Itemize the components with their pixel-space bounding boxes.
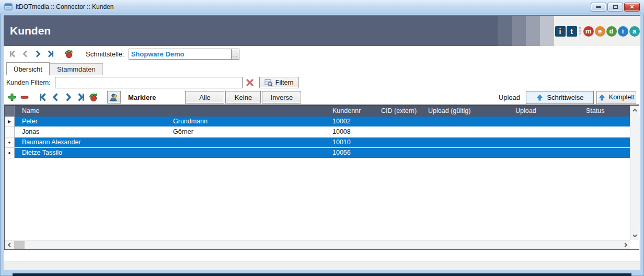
clear-filter-button[interactable] bbox=[245, 77, 255, 88]
titlebar: itDOTmedia :: Connector :: Kunden ✕ bbox=[0, 0, 644, 14]
refresh-rows-button[interactable] bbox=[87, 91, 99, 103]
row-marker: ▶ bbox=[5, 117, 15, 127]
next-record-button[interactable] bbox=[31, 48, 44, 60]
upload-komplett-button[interactable]: Komplett bbox=[596, 91, 636, 104]
filter-label: Kunden Filtern: bbox=[6, 79, 51, 86]
column-header-upload-gueltig[interactable]: Upload (gültig) bbox=[421, 106, 508, 117]
column-header-cid-extern[interactable]: CID (extern) bbox=[374, 106, 421, 117]
next-row-button[interactable] bbox=[62, 91, 74, 103]
logo-dot-text: DOT bbox=[579, 27, 582, 36]
grid-corner-cell bbox=[5, 106, 15, 117]
schnittstelle-input[interactable] bbox=[129, 49, 231, 60]
kunden-grid: Name Kundennr CID (extern) Upload (gülti… bbox=[4, 105, 639, 250]
cell-upload bbox=[508, 117, 579, 127]
cell-upload bbox=[508, 148, 579, 158]
cell-name: Jonas bbox=[15, 127, 166, 137]
separator bbox=[77, 49, 78, 59]
row-marker: ● bbox=[5, 137, 15, 148]
cell-name: Dietze Tassilo bbox=[15, 148, 166, 158]
filter-grid-icon bbox=[264, 79, 273, 87]
cell-kundennr: 10010 bbox=[325, 137, 374, 148]
horizontal-scroll-thumb[interactable] bbox=[14, 241, 25, 249]
edit-user-button[interactable] bbox=[107, 91, 121, 104]
table-row[interactable]: Jonas Görner 10008 bbox=[5, 127, 630, 137]
upload-group: Upload Schrittweise Komplett bbox=[499, 91, 640, 104]
column-header-name[interactable]: Name bbox=[15, 106, 166, 117]
maximize-icon bbox=[613, 5, 618, 9]
cell-cid bbox=[374, 127, 421, 137]
separator bbox=[102, 92, 102, 102]
logo-letter: i bbox=[618, 26, 628, 37]
app-icon bbox=[4, 3, 13, 10]
logo-letter: d bbox=[606, 26, 617, 37]
logo-letter: m bbox=[583, 26, 594, 37]
edit-user-icon bbox=[109, 93, 119, 102]
scroll-down-button[interactable] bbox=[630, 231, 639, 240]
tab-stammdaten[interactable]: Stammdaten bbox=[50, 63, 103, 75]
scroll-left-button[interactable] bbox=[5, 240, 14, 249]
table-row[interactable]: ▶ Peter Grundmann 10002 bbox=[5, 117, 630, 127]
last-row-button[interactable] bbox=[74, 91, 87, 103]
filtern-button[interactable]: Filtern bbox=[259, 77, 299, 88]
main-content: Schnittstelle: ... Übersicht Stammdaten … bbox=[4, 46, 640, 270]
markiere-inverse-button[interactable]: Inverse bbox=[262, 91, 301, 104]
cell-status bbox=[579, 127, 630, 137]
maximize-button[interactable] bbox=[607, 3, 623, 12]
logo-letter: a bbox=[629, 26, 640, 37]
filtern-button-label: Filtern bbox=[275, 79, 294, 86]
logo-letter: t bbox=[567, 26, 577, 37]
refresh-button[interactable] bbox=[62, 48, 75, 60]
cell-status bbox=[579, 137, 630, 148]
cell-cid bbox=[374, 148, 421, 158]
column-header-upload[interactable]: Upload bbox=[508, 106, 579, 117]
browse-button[interactable]: ... bbox=[231, 49, 239, 60]
row-marker: ● bbox=[5, 148, 15, 158]
separator bbox=[33, 92, 34, 102]
cell-name: Peter bbox=[15, 117, 166, 127]
schrittweise-label: Schrittweise bbox=[547, 94, 583, 101]
cell-status bbox=[579, 117, 630, 127]
window-controls: ✕ bbox=[591, 3, 641, 12]
minimize-button[interactable] bbox=[591, 3, 606, 12]
last-record-button[interactable] bbox=[44, 48, 56, 60]
markiere-alle-button[interactable]: Alle bbox=[185, 91, 224, 104]
previous-record-button[interactable] bbox=[19, 48, 31, 60]
cell-upload bbox=[508, 127, 579, 137]
plus-icon bbox=[7, 93, 17, 102]
grid-header: Name Kundennr CID (extern) Upload (gülti… bbox=[5, 106, 630, 117]
status-bar bbox=[4, 261, 640, 270]
cell-cid bbox=[374, 117, 421, 127]
decorative-stripes bbox=[498, 16, 554, 46]
close-icon: ✕ bbox=[629, 4, 634, 10]
upload-label: Upload bbox=[499, 94, 520, 101]
upload-schrittweise-button[interactable]: Schrittweise bbox=[526, 91, 594, 104]
cell-kundennr: 10008 bbox=[325, 127, 374, 137]
vertical-scrollbar[interactable] bbox=[630, 106, 639, 240]
table-row[interactable]: ● Dietze Tassilo 10056 bbox=[5, 148, 630, 158]
filter-input[interactable] bbox=[55, 77, 243, 88]
cell-upload-gueltig bbox=[421, 127, 508, 137]
upload-arrow-icon bbox=[598, 94, 606, 101]
horizontal-scrollbar[interactable] bbox=[5, 240, 630, 249]
first-row-button[interactable] bbox=[37, 91, 49, 103]
previous-row-button[interactable] bbox=[49, 91, 62, 103]
schnittstelle-label: Schnittstelle: bbox=[86, 50, 124, 58]
close-button[interactable]: ✕ bbox=[624, 3, 640, 12]
scroll-up-button[interactable] bbox=[630, 106, 639, 114]
remove-button[interactable] bbox=[18, 91, 31, 103]
column-header-kundennr[interactable]: Kundennr bbox=[325, 106, 374, 117]
table-row[interactable]: ● Baumann Alexander 10010 bbox=[5, 137, 630, 148]
cell-cid bbox=[374, 137, 421, 148]
column-header-status[interactable]: Status bbox=[579, 106, 630, 117]
minimize-icon bbox=[596, 6, 601, 8]
filter-row: Kunden Filtern: Filtern bbox=[4, 75, 640, 90]
markiere-keine-button[interactable]: Keine bbox=[225, 91, 261, 104]
scroll-right-button[interactable] bbox=[621, 240, 630, 249]
first-record-button[interactable] bbox=[6, 48, 19, 60]
add-button[interactable] bbox=[6, 91, 18, 103]
cell-name2 bbox=[166, 148, 325, 158]
cell-name2: Görner bbox=[166, 127, 325, 137]
cell-upload bbox=[508, 137, 579, 148]
tab-uebersicht[interactable]: Übersicht bbox=[6, 62, 50, 75]
column-header-name2[interactable] bbox=[166, 106, 325, 117]
